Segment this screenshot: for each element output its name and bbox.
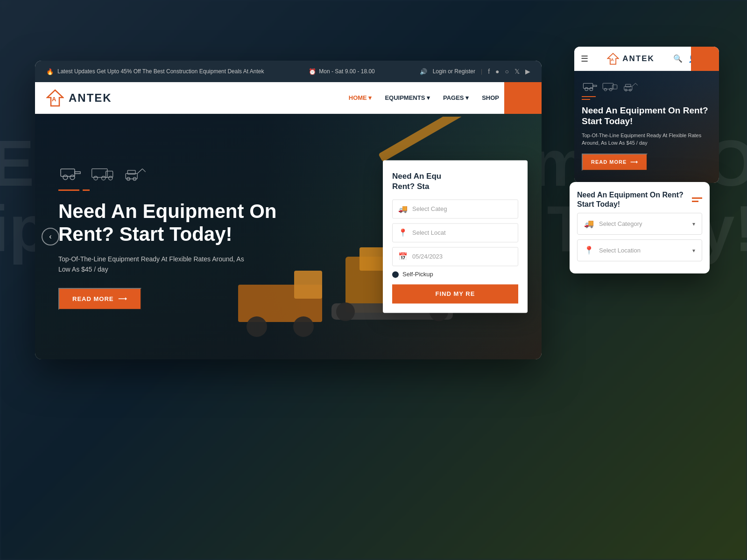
svg-point-35 <box>590 87 593 91</box>
hours-bar: ⏰ Mon - Sat 9.00 - 18.00 <box>309 68 374 75</box>
radio-label: Self-Pickup <box>402 271 433 278</box>
mobile-location-field[interactable]: 📍 Select Location ▾ <box>577 239 702 261</box>
nav-equipments[interactable]: EQUIPMENTS ▾ <box>385 94 430 101</box>
arrow-icon: ⟶ <box>118 295 127 302</box>
instagram-icon[interactable]: ● <box>495 68 499 75</box>
logo-text: ANTEK <box>69 91 112 105</box>
hero-cta-button[interactable]: READ MORE ⟶ <box>58 288 141 310</box>
svg-rect-16 <box>75 172 80 174</box>
announcement-text: Latest Updates Get Upto 45% Off The Best… <box>57 68 264 75</box>
mobile-category-text: Select Category <box>599 220 688 227</box>
svg-point-38 <box>604 88 607 91</box>
svg-point-39 <box>609 88 612 91</box>
hero-cta-label: READ MORE <box>72 295 113 302</box>
location-placeholder: Select Locat <box>412 230 512 237</box>
pinterest-icon[interactable]: ○ <box>505 68 509 75</box>
mobile-location-icon: 📍 <box>584 245 594 255</box>
tablet-drill-icon <box>582 79 598 92</box>
svg-line-43 <box>635 83 638 85</box>
tablet-cta-button[interactable]: READ MORE ⟶ <box>582 154 648 171</box>
tablet-hero-title: Need An Equipment On Rent? Start Today! <box>582 105 712 127</box>
tablet-hero-subtitle: Top-Of-The-Line Equipment Ready At Flexi… <box>582 132 712 147</box>
truck-field-icon: 🚚 <box>398 205 408 214</box>
tablet-equip-icons <box>582 79 712 92</box>
nav-pages[interactable]: PAGES ▾ <box>443 94 469 101</box>
search-widget: Need An EquRent? Sta 🚚 Select Categ 📍 Se… <box>383 160 528 313</box>
date-field[interactable]: 📅 05/24/2023 <box>392 247 518 266</box>
tablet-truck-icon <box>602 79 618 92</box>
auth-link[interactable]: Login or Register <box>433 68 475 75</box>
youtube-icon[interactable]: ▶ <box>525 68 530 75</box>
tablet-search-icon[interactable]: 🔍 <box>673 54 683 63</box>
svg-point-34 <box>585 87 588 91</box>
tablet-cta-label: READ MORE <box>591 159 627 165</box>
tablet-hero-content: Need An Equipment On Rent? Start Today! … <box>574 71 719 179</box>
mobile-category-field[interactable]: 🚚 Select Category ▾ <box>577 213 702 235</box>
tablet-logo-text: ANTEK <box>622 54 655 63</box>
hero-subtitle: Top-Of-The-Line Equipment Ready At Flexi… <box>58 254 254 275</box>
desktop-mockup: 🔥 Latest Updates Get Upto 45% Off The Be… <box>35 61 542 359</box>
category-placeholder: Select Categ <box>412 206 512 213</box>
mobile-category-chevron: ▾ <box>692 221 695 227</box>
tablet-logo-icon: A <box>607 53 619 65</box>
mobile-decorative-dashes <box>692 197 702 202</box>
tablet-excavator-icon <box>623 79 639 92</box>
nav-bar: A ANTEK HOME ▾ EQUIPMENTS ▾ PAGES ▾ SHOP… <box>35 82 542 114</box>
location-field-icon: 📍 <box>398 229 408 238</box>
drill-icon <box>58 163 82 182</box>
svg-text:A: A <box>52 96 56 103</box>
category-field[interactable]: 🚚 Select Categ <box>392 200 518 219</box>
mobile-location-chevron: ▾ <box>692 247 695 254</box>
announcement-bar: 🔥 Latest Updates Get Upto 45% Off The Be… <box>46 68 264 75</box>
tablet-divider <box>582 96 596 97</box>
widget-title: Need An EquRent? Sta <box>392 171 518 192</box>
auth-social-bar: 🔊 Login or Register | f ● ○ 𝕏 ▶ <box>420 68 530 75</box>
facebook-icon[interactable]: f <box>488 68 490 75</box>
twitter-icon[interactable]: 𝕏 <box>514 68 520 75</box>
mobile-dash-1 <box>692 197 702 199</box>
mobile-widget-header: Need An Equipment On Rent? Start Today! <box>570 182 710 211</box>
tablet-accent <box>691 47 719 71</box>
hero-title: Need An Equipment On Rent? Start Today! <box>58 200 329 245</box>
find-rental-button[interactable]: FIND MY RE <box>392 285 518 304</box>
tablet-arrow-icon: ⟶ <box>630 159 638 165</box>
nav-accent <box>504 82 542 114</box>
nav-home[interactable]: HOME ▾ <box>349 94 372 101</box>
mobile-dash-2 <box>692 201 698 202</box>
mobile-widget-title: Need An Equipment On Rent? Start Today! <box>577 190 692 209</box>
flame-icon: 🔥 <box>46 68 54 75</box>
location-field[interactable]: 📍 Select Locat <box>392 224 518 243</box>
mobile-truck-icon: 🚚 <box>584 219 594 229</box>
svg-text:A: A <box>611 57 614 62</box>
tablet-hamburger-icon[interactable]: ☰ <box>581 54 588 64</box>
svg-rect-19 <box>92 169 107 177</box>
excavator-icon <box>124 163 147 182</box>
svg-line-27 <box>142 169 146 172</box>
radio-button <box>392 271 399 278</box>
tablet-divider-short <box>582 99 590 100</box>
prev-slide-button[interactable]: ‹ <box>42 228 59 245</box>
hero-section: Need An Equipment On Rent? Start Today! … <box>35 114 542 359</box>
tablet-hero: Need An Equipment On Rent? Start Today! … <box>574 71 719 183</box>
svg-rect-37 <box>613 85 617 89</box>
mobile-widget-body: 🚚 Select Category ▾ 📍 Select Location ▾ <box>570 211 710 273</box>
logo-icon: A <box>46 89 64 107</box>
svg-rect-2 <box>378 117 464 162</box>
prev-arrow-icon: ‹ <box>49 232 51 241</box>
svg-point-17 <box>63 175 68 180</box>
hero-divider <box>58 189 79 191</box>
svg-point-21 <box>94 176 98 180</box>
svg-point-22 <box>102 176 106 180</box>
top-bar: 🔥 Latest Updates Get Upto 45% Off The Be… <box>35 61 542 82</box>
nav-shop[interactable]: SHOP <box>482 94 499 101</box>
speaker-icon: 🔊 <box>420 68 427 75</box>
hours-text: Mon - Sat 9.00 - 18.00 <box>319 68 374 75</box>
mobile-mockup: Need An Equipment On Rent? Start Today! … <box>570 182 710 273</box>
tablet-logo[interactable]: A ANTEK <box>607 53 655 65</box>
svg-point-18 <box>70 175 75 180</box>
svg-rect-33 <box>593 85 597 87</box>
logo[interactable]: A ANTEK <box>46 89 112 107</box>
date-value: 05/24/2023 <box>412 253 512 260</box>
radio-row[interactable]: Self-Pickup <box>392 271 518 278</box>
svg-line-42 <box>632 83 635 86</box>
